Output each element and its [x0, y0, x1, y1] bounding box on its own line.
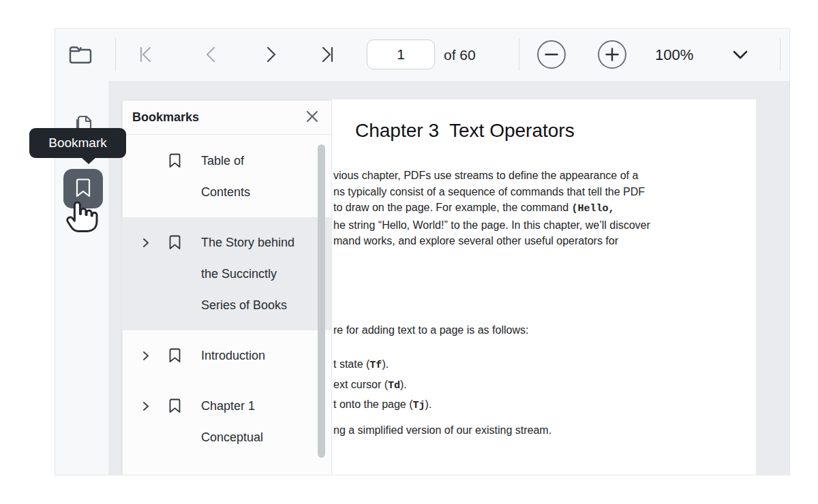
open-file-button[interactable] — [69, 44, 92, 67]
bookmark-icon — [74, 178, 92, 200]
chevron-right-icon[interactable] — [141, 390, 157, 422]
chapter-heading: Chapter 3 Text Operators — [355, 120, 575, 142]
code-token: Tf — [369, 360, 382, 371]
text-segment: t state ( — [333, 358, 369, 370]
first-page-icon — [136, 45, 155, 66]
close-icon — [305, 109, 320, 126]
text-segment: mand works, and explore several other us… — [333, 235, 618, 247]
zoom-in-button[interactable] — [597, 40, 627, 70]
close-panel-button[interactable] — [303, 108, 322, 127]
bookmarks-panel-title: Bookmarks — [132, 110, 303, 125]
text-segment: he string “Hello, World!” to the page. I… — [333, 219, 650, 231]
chevron-down-icon — [731, 45, 750, 66]
code-token: (Hello, — [572, 203, 615, 215]
toolbar-divider — [115, 38, 116, 71]
text-segment: t onto the page ( — [333, 398, 413, 410]
bookmark-item[interactable]: Table of Contents — [123, 136, 331, 217]
code-token: Tj — [413, 400, 425, 411]
bookmark-icon — [168, 340, 182, 371]
toolbar-divider — [519, 38, 519, 71]
content-area: Chapter 3 Text Operators vious chapter, … — [108, 81, 789, 475]
bookmark-icon — [168, 227, 182, 258]
bookmark-item-label: The Story behind the Succinctly Series o… — [201, 227, 297, 321]
bookmark-item-label: Introduction — [201, 340, 297, 371]
chevron-right-icon[interactable] — [141, 227, 157, 258]
document-text-line: vious chapter, PDFs use streams to defin… — [333, 168, 650, 184]
pdf-viewer-window: of 60 100% — [55, 28, 790, 475]
text-segment: to draw on the page. For example, the co… — [333, 202, 572, 213]
chevron-spacer — [141, 145, 157, 176]
folder-icon — [68, 44, 93, 67]
text-segment: ext cursor ( — [333, 379, 388, 390]
document-paragraph: re for adding text to a page is as follo… — [333, 322, 528, 338]
text-segment: vious chapter, PDFs use streams to defin… — [333, 170, 638, 181]
document-list: t state (Tf).ext cursor (Td).t onto the … — [333, 355, 431, 415]
text-segment: ). — [400, 379, 407, 390]
text-segment: ). — [425, 398, 432, 410]
text-segment: ). — [382, 358, 389, 370]
page-count-label: of 60 — [444, 29, 476, 81]
bookmark-icon — [168, 390, 182, 422]
toolbar-divider — [780, 38, 781, 71]
document-paragraph: ng a simplified version of our existing … — [333, 422, 551, 438]
document-text-line: ng a simplified version of our existing … — [333, 422, 551, 438]
document-text-line: mand works, and explore several other us… — [333, 233, 650, 249]
document-text-line: t state (Tf). — [333, 355, 431, 375]
code-token: Td — [388, 380, 400, 392]
previous-page-button[interactable] — [199, 44, 222, 67]
bookmarks-panel: Bookmarks Table of ContentsThe Story beh… — [122, 100, 332, 475]
bookmark-tooltip: Bookmark — [29, 128, 126, 158]
last-page-button[interactable] — [316, 44, 339, 67]
bookmark-icon — [168, 145, 182, 176]
zoom-out-button[interactable] — [536, 40, 566, 70]
next-page-button[interactable] — [260, 44, 283, 67]
document-text-line: ns typically consist of a sequence of co… — [333, 184, 650, 200]
bookmark-item[interactable]: The Story behind the Succinctly Series o… — [123, 217, 331, 330]
pdf-page: Chapter 3 Text Operators vious chapter, … — [332, 99, 756, 475]
document-text-line: re for adding text to a page is as follo… — [333, 322, 528, 338]
next-page-icon — [263, 45, 279, 66]
toolbar: of 60 100% — [55, 29, 789, 82]
previous-page-icon — [202, 45, 219, 66]
panel-scrollbar-thumb[interactable] — [318, 144, 325, 458]
bookmark-item[interactable]: Chapter 1 Conceptual — [123, 381, 331, 462]
document-text-line: to draw on the page. For example, the co… — [333, 200, 650, 217]
bookmarks-button[interactable] — [63, 169, 103, 208]
page-number-input[interactable] — [367, 40, 435, 69]
bookmarks-panel-header: Bookmarks — [123, 101, 331, 135]
document-paragraph: vious chapter, PDFs use streams to defin… — [333, 168, 650, 249]
bookmark-item-label: Table of Contents — [201, 145, 297, 208]
zoom-out-icon — [536, 40, 566, 72]
zoom-menu-button[interactable] — [729, 44, 752, 67]
zoom-in-icon — [597, 40, 627, 72]
text-segment: ng a simplified version of our existing … — [333, 424, 551, 436]
zoom-level-label[interactable]: 100% — [655, 29, 693, 81]
text-segment: re for adding text to a page is as follo… — [333, 324, 528, 336]
first-page-button[interactable] — [134, 44, 157, 67]
document-text-line: he string “Hello, World!” to the page. I… — [333, 217, 650, 234]
document-text-line: ext cursor (Td). — [333, 375, 431, 396]
bookmark-item-label: Chapter 1 Conceptual — [201, 390, 297, 453]
bookmark-item[interactable]: Introduction — [123, 330, 331, 381]
last-page-icon — [318, 45, 337, 66]
bookmarks-list: Table of ContentsThe Story behind the Su… — [123, 136, 331, 475]
document-text-line: t onto the page (Tj). — [333, 395, 431, 415]
text-segment: ns typically consist of a sequence of co… — [333, 186, 645, 198]
chevron-right-icon[interactable] — [141, 340, 157, 371]
